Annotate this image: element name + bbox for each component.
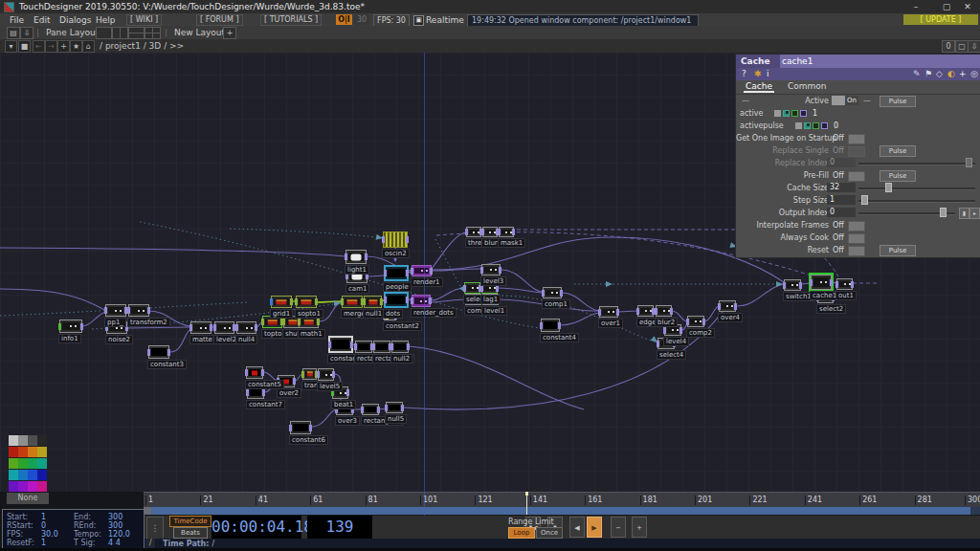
input-connector[interactable] (718, 303, 721, 310)
value-field[interactable]: 1 (827, 195, 856, 205)
pulse-button[interactable]: Pulse (880, 170, 916, 182)
node-render_dots[interactable] (412, 295, 431, 307)
add-parameter-icon[interactable]: + (959, 69, 967, 78)
palette-color-19[interactable] (37, 481, 47, 492)
input-connector[interactable] (783, 282, 786, 289)
flag-toggle[interactable] (774, 110, 781, 117)
palette-color-13[interactable] (18, 470, 28, 480)
node-switch1[interactable] (784, 279, 801, 291)
input-connector[interactable] (354, 343, 357, 350)
output-connector[interactable] (350, 342, 353, 348)
input-connector[interactable] (127, 307, 130, 314)
input-connector[interactable] (58, 323, 61, 330)
toggle-box[interactable] (848, 246, 865, 256)
toggle-box[interactable] (848, 134, 865, 144)
step-back-button[interactable]: − (611, 517, 626, 538)
input-connector[interactable] (104, 307, 107, 314)
info-icon[interactable]: i (767, 69, 769, 78)
palette-color-17[interactable] (18, 481, 28, 492)
input-connector[interactable] (663, 327, 666, 334)
input-connector[interactable] (363, 298, 366, 305)
node-comp1[interactable] (543, 287, 562, 298)
slider-track[interactable] (858, 200, 975, 203)
output-connector[interactable] (679, 327, 682, 334)
palette-color-9[interactable] (18, 458, 28, 469)
once-button[interactable]: Once (536, 527, 563, 539)
node-null5[interactable] (386, 402, 403, 413)
input-connector[interactable] (382, 236, 385, 243)
value-field[interactable]: 0 (827, 208, 856, 217)
input-connector[interactable] (411, 268, 413, 275)
node-info1[interactable] (59, 320, 82, 333)
input-connector[interactable] (480, 267, 483, 274)
toggle-box[interactable] (848, 146, 865, 157)
input-connector[interactable] (270, 298, 273, 305)
slider-handle[interactable] (861, 195, 868, 205)
input-connector[interactable] (301, 371, 304, 378)
slider-track[interactable] (858, 187, 975, 190)
palette-color-4[interactable] (9, 447, 18, 457)
input-connector[interactable] (295, 298, 298, 305)
tab-common[interactable]: Common (786, 81, 829, 91)
input-connector[interactable] (328, 342, 331, 348)
palette-none-button[interactable]: None (7, 493, 49, 504)
node-render1[interactable] (412, 265, 432, 276)
flag-toggle[interactable] (800, 110, 807, 117)
node-oscin2[interactable] (383, 231, 408, 248)
output-connector[interactable] (429, 298, 432, 304)
input-connector[interactable] (361, 407, 364, 413)
input-connector[interactable] (686, 319, 689, 325)
node-merge1[interactable] (342, 296, 363, 308)
input-connector[interactable] (411, 298, 413, 304)
input-connector[interactable] (213, 324, 216, 331)
slider-handle[interactable] (966, 158, 972, 167)
output-connector[interactable] (430, 268, 433, 275)
playhead-marker[interactable] (526, 492, 527, 515)
palette-color-0[interactable] (9, 435, 18, 446)
node-null4[interactable] (236, 321, 256, 334)
input-connector[interactable] (372, 343, 375, 350)
output-connector[interactable] (167, 349, 170, 356)
gear-icon[interactable]: ◎ (970, 69, 978, 78)
value-field[interactable]: 32 (827, 183, 856, 192)
play-forward-button[interactable]: ▶ (587, 517, 602, 538)
flag-toggle[interactable] (783, 110, 790, 117)
loop-button[interactable]: Loop (508, 527, 535, 539)
output-connector[interactable] (616, 309, 619, 316)
output-connector[interactable] (830, 279, 833, 286)
input-connector[interactable] (289, 425, 292, 431)
output-connector[interactable] (315, 298, 318, 305)
node-rectangle3[interactable] (362, 404, 379, 415)
active-toggle[interactable]: On (832, 96, 858, 105)
output-connector[interactable] (80, 323, 83, 330)
step-forward-button[interactable]: + (632, 517, 647, 538)
output-connector[interactable] (702, 319, 705, 325)
flag-toggle[interactable] (821, 122, 828, 129)
input-connector[interactable] (810, 279, 813, 286)
palette-color-15[interactable] (37, 470, 47, 480)
input-connector[interactable] (317, 371, 320, 378)
node-edge1[interactable] (637, 305, 654, 317)
palette-color-14[interactable] (28, 470, 37, 480)
tab-cache[interactable]: Cache (744, 81, 774, 93)
timeline-range-bar[interactable] (144, 507, 980, 515)
transport-options-button[interactable]: ⋮ (146, 517, 164, 540)
palette-color-3[interactable] (37, 435, 47, 446)
node-constant5[interactable] (246, 366, 263, 379)
input-connector[interactable] (390, 343, 393, 350)
comment-edit-icon[interactable]: ✎ (913, 69, 921, 78)
output-connector[interactable] (560, 290, 563, 297)
palette-color-16[interactable] (9, 481, 18, 492)
node-mask1[interactable] (499, 227, 514, 237)
slider-handle[interactable] (940, 208, 947, 217)
output-connector[interactable] (290, 298, 293, 305)
toggle-box[interactable] (848, 221, 865, 231)
palette-color-2[interactable] (28, 435, 37, 446)
input-connector[interactable] (189, 324, 192, 331)
input-connector[interactable] (598, 309, 601, 316)
input-connector[interactable] (384, 297, 387, 303)
input-connector[interactable] (657, 341, 659, 347)
node-comp2[interactable] (687, 316, 704, 327)
palette-color-5[interactable] (18, 447, 28, 457)
node-null2[interactable] (391, 341, 409, 353)
